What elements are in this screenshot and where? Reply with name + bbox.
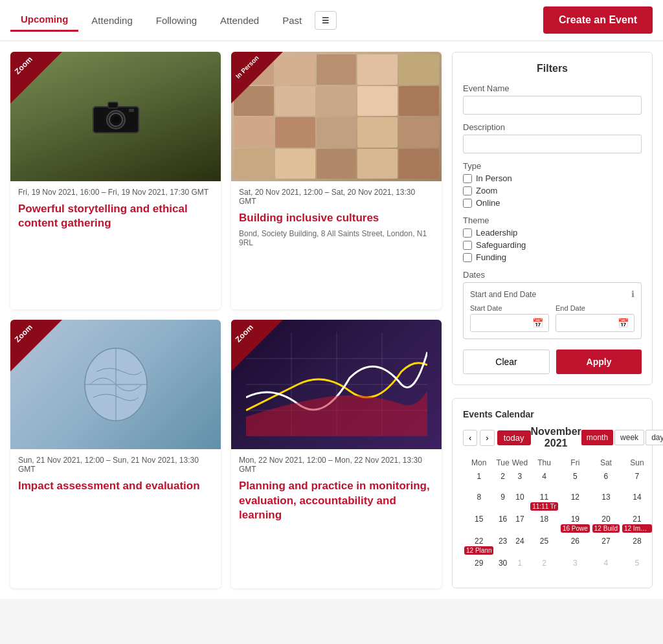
- tab-past[interactable]: Past: [272, 10, 312, 31]
- calendar-cell[interactable]: 1: [463, 470, 495, 491]
- dates-label: Dates: [463, 270, 642, 280]
- calendar-event-chip[interactable]: 16 Powe: [561, 524, 590, 533]
- calendar-cell[interactable]: 5: [621, 557, 653, 577]
- type-checkbox-zoom[interactable]: Zoom: [463, 186, 642, 195]
- calendar-day-number: 12: [571, 493, 579, 502]
- calendar-next-button[interactable]: ›: [480, 430, 494, 446]
- calendar-cell[interactable]: 24: [511, 535, 529, 557]
- calendar-cell[interactable]: 16: [495, 513, 510, 535]
- cal-header-thu: Thu: [529, 456, 559, 470]
- tab-upcoming[interactable]: Upcoming: [10, 8, 78, 32]
- theme-checkbox-funding-input[interactable]: [463, 253, 472, 262]
- event-card-4[interactable]: Zoom Mon, 22 Nov 2021, 12:00 – Mon, 22 N…: [231, 320, 442, 588]
- calendar-event-chip[interactable]: 12 Plann: [464, 546, 493, 555]
- start-date-input[interactable]: [471, 315, 527, 331]
- cal-header-fri: Fri: [559, 456, 591, 470]
- tab-following[interactable]: Following: [146, 10, 207, 31]
- type-checkbox-in-person[interactable]: In Person: [463, 173, 642, 183]
- calendar-cell[interactable]: 26: [559, 535, 591, 557]
- calendar-grid: Mon Tue Wed Thu Fri Sat Sun 123456789101…: [463, 456, 653, 577]
- calendar-cell[interactable]: 23: [495, 535, 510, 557]
- start-date-label: Start Date: [470, 304, 549, 312]
- calendar-day-number: 25: [540, 537, 548, 546]
- calendar-cell[interactable]: 30: [495, 557, 510, 577]
- calendar-day-number: 16: [499, 515, 507, 524]
- zoom-badge-overlay: [10, 52, 62, 104]
- calendar-cell[interactable]: 2012 Build: [591, 513, 621, 535]
- calendar-day-number: 29: [475, 559, 483, 568]
- calendar-cell[interactable]: 5: [559, 470, 591, 491]
- event-card-1[interactable]: Zoom Fri, 19 Nov 2021, 16:00 – Fri, 19 N…: [10, 52, 221, 309]
- calendar-cell[interactable]: 3: [559, 557, 591, 577]
- end-date-input[interactable]: [556, 315, 612, 331]
- calendar-cell[interactable]: 17: [511, 513, 529, 535]
- calendar-today-button[interactable]: today: [497, 430, 531, 445]
- calendar-cell[interactable]: 27: [591, 535, 621, 557]
- calendar-cell[interactable]: 7: [621, 470, 653, 491]
- sidebar: Filters Event Name Description Type In P…: [452, 52, 653, 588]
- calendar-week-view-button[interactable]: week: [614, 430, 644, 445]
- apply-button[interactable]: Apply: [556, 350, 642, 374]
- top-navigation: Upcoming Attending Following Attended Pa…: [0, 0, 663, 41]
- calendar-cell[interactable]: 12: [559, 491, 591, 513]
- event-card-2[interactable]: In Person Sat, 20 Nov 2021, 12:00 – Sat,…: [231, 52, 442, 309]
- calendar-event-chip[interactable]: 12 Build: [592, 524, 620, 533]
- svg-rect-4: [108, 102, 118, 108]
- calendar-cell[interactable]: 25: [529, 535, 559, 557]
- cal-header-tue: Tue: [495, 456, 510, 470]
- menu-icon-button[interactable]: ☰: [315, 11, 337, 30]
- calendar-cell[interactable]: 6: [591, 470, 621, 491]
- calendar-cell[interactable]: 15: [463, 513, 495, 535]
- theme-checkbox-safeguarding[interactable]: Safeguarding: [463, 240, 642, 250]
- event-name-input[interactable]: [463, 96, 642, 115]
- calendar-event-chip[interactable]: 12 Impac: [622, 524, 652, 533]
- calendar-month-view-button[interactable]: month: [581, 430, 613, 445]
- calendar-cell[interactable]: 2212 Plann: [463, 535, 495, 557]
- calendar-cell[interactable]: 1: [511, 557, 529, 577]
- calendar-cell[interactable]: 2: [529, 557, 559, 577]
- calendar-event-chip[interactable]: 11:11 Tr: [530, 502, 558, 511]
- calendar-cell[interactable]: 4: [529, 470, 559, 491]
- theme-checkbox-leadership[interactable]: Leadership: [463, 228, 642, 238]
- calendar-prev-button[interactable]: ‹: [463, 430, 477, 446]
- calendar-cell[interactable]: 2: [495, 470, 510, 491]
- start-date-field: Start Date 📅: [470, 304, 549, 332]
- tab-attended[interactable]: Attended: [210, 10, 269, 31]
- cal-header-sun: Sun: [621, 456, 653, 470]
- theme-checkbox-safeguarding-input[interactable]: [463, 241, 472, 250]
- type-checkbox-online-input[interactable]: [463, 199, 472, 208]
- calendar-cell[interactable]: 13: [591, 491, 621, 513]
- calendar-cell[interactable]: 10: [511, 491, 529, 513]
- type-checkbox-zoom-input[interactable]: [463, 186, 472, 195]
- zoom-badge-overlay-4: [231, 320, 283, 372]
- type-checkbox-online[interactable]: Online: [463, 198, 642, 208]
- description-input[interactable]: [463, 135, 642, 153]
- calendar-day-number: 1: [477, 472, 481, 481]
- start-date-calendar-icon[interactable]: 📅: [527, 315, 548, 331]
- calendar-cell[interactable]: 9: [495, 491, 510, 513]
- calendar-cell[interactable]: 14: [621, 491, 653, 513]
- clear-button[interactable]: Clear: [463, 350, 550, 374]
- calendar-cell[interactable]: 1111:11 Tr: [529, 491, 559, 513]
- create-event-button[interactable]: Create an Event: [543, 6, 653, 34]
- type-checkbox-group: In Person Zoom Online: [463, 173, 642, 208]
- calendar-day-number: 30: [499, 559, 507, 568]
- calendar-day-view-button[interactable]: day: [646, 430, 663, 445]
- end-date-calendar-icon[interactable]: 📅: [612, 315, 634, 331]
- type-checkbox-in-person-input[interactable]: [463, 174, 472, 183]
- theme-checkbox-funding[interactable]: Funding: [463, 252, 642, 262]
- calendar-cell[interactable]: 28: [621, 535, 653, 557]
- type-option-in-person: In Person: [476, 173, 512, 183]
- card-title-4: Planning and practice in monitoring, eva…: [239, 479, 434, 522]
- calendar-cell[interactable]: 8: [463, 491, 495, 513]
- calendar-cell[interactable]: 3: [511, 470, 529, 491]
- calendar-cell[interactable]: 1916 Powe: [559, 513, 591, 535]
- event-card-3[interactable]: Zoom Sun, 21 Nov 2021, 12:00 – Sun, 21 N…: [10, 320, 221, 588]
- calendar-cell[interactable]: 29: [463, 557, 495, 577]
- calendar-cell[interactable]: 4: [591, 557, 621, 577]
- calendar-cell[interactable]: 2112 Impac: [621, 513, 653, 535]
- tab-attending[interactable]: Attending: [81, 10, 142, 31]
- calendar-cell[interactable]: 18: [529, 513, 559, 535]
- hamburger-icon: ☰: [322, 16, 330, 25]
- theme-checkbox-leadership-input[interactable]: [463, 228, 472, 238]
